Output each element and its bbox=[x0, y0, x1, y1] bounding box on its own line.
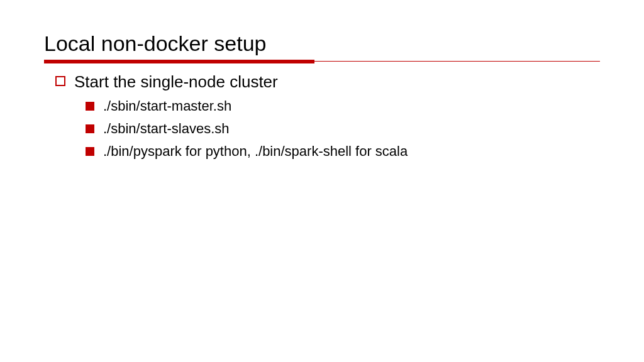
list-item: Start the single-node cluster bbox=[55, 72, 600, 92]
filled-square-icon bbox=[86, 102, 94, 111]
slide-title: Local non-docker setup bbox=[44, 31, 600, 56]
list-item-label: ./bin/pyspark for python, ./bin/spark-sh… bbox=[103, 143, 408, 160]
list-item: ./bin/pyspark for python, ./bin/spark-sh… bbox=[86, 143, 600, 160]
filled-square-icon bbox=[86, 147, 94, 156]
title-rule-thick bbox=[44, 60, 314, 63]
list-item-label: ./sbin/start-master.sh bbox=[103, 98, 231, 114]
list-item-label: Start the single-node cluster bbox=[74, 72, 278, 92]
outline-list: Start the single-node cluster bbox=[44, 72, 600, 92]
sub-list: ./sbin/start-master.sh ./sbin/start-slav… bbox=[44, 98, 600, 160]
list-item-label: ./sbin/start-slaves.sh bbox=[103, 121, 230, 137]
filled-square-icon bbox=[86, 124, 94, 133]
list-item: ./sbin/start-slaves.sh bbox=[86, 121, 600, 137]
list-item: ./sbin/start-master.sh bbox=[86, 98, 600, 114]
title-rule bbox=[44, 60, 600, 63]
hollow-square-icon bbox=[55, 76, 65, 86]
